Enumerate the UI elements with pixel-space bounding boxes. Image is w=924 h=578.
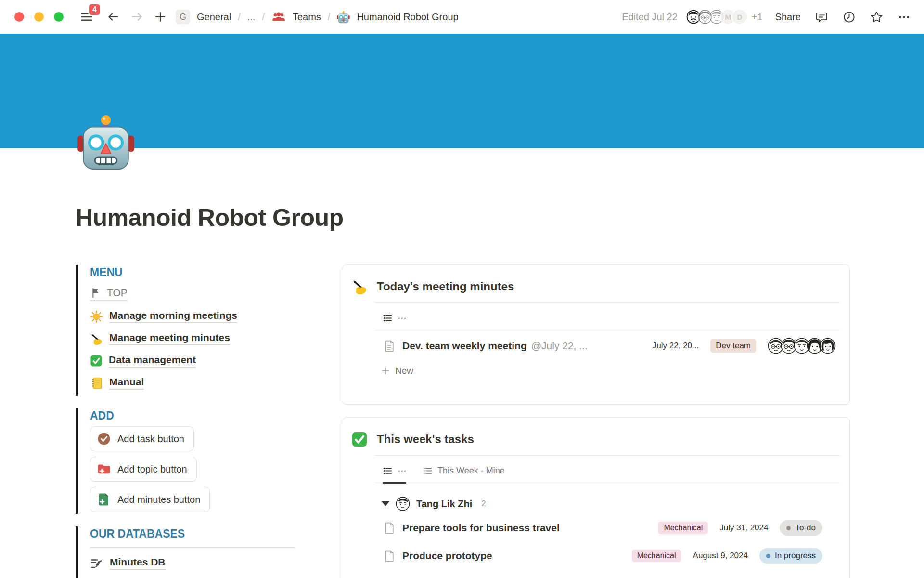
comment-icon [815, 11, 828, 24]
view-tab-this-week-mine[interactable]: This Week - Mine [423, 466, 505, 484]
menu-link-manual[interactable]: Manual [90, 372, 302, 394]
meeting-date[interactable]: July 22, 20... [653, 341, 699, 351]
add-heading: ADD [90, 409, 302, 422]
robot-emoji-icon [337, 11, 350, 24]
notification-badge: 4 [88, 3, 101, 16]
task-due-date[interactable]: July 31, 2024 [719, 523, 768, 533]
status-badge[interactable]: In progress [759, 548, 822, 564]
menu-heading: MENU [90, 266, 302, 279]
breadcrumb-general[interactable]: General [197, 12, 231, 23]
breadcrumb-teams[interactable]: Teams [293, 12, 321, 23]
avatar [396, 497, 410, 511]
task-title[interactable]: Prepare tools for business travel [402, 522, 560, 534]
new-item-button[interactable]: New [342, 357, 849, 376]
page-icon [383, 550, 396, 563]
category-tag[interactable]: Mechanical [658, 522, 708, 534]
view-tab-default[interactable]: --- [383, 313, 406, 331]
plus-icon [381, 366, 390, 376]
status-label: In progress [775, 551, 816, 561]
view-tab-label: --- [398, 466, 406, 476]
sidebar-toggle-button[interactable]: 4 [79, 10, 94, 24]
share-button[interactable]: Share [775, 12, 801, 23]
breadcrumb-ellipsis[interactable]: ... [247, 12, 256, 23]
breadcrumb: G General / ... / Teams / Humanoid Robot… [167, 10, 459, 24]
sun-icon [90, 310, 103, 323]
workspace-chip[interactable]: G [176, 10, 190, 24]
new-item-label: New [395, 366, 413, 376]
favorite-button[interactable] [870, 11, 883, 24]
menu-link-label: TOP [107, 287, 128, 299]
brown-check-circle-icon [97, 432, 111, 446]
databases-heading: OUR DATABASES [90, 527, 302, 540]
view-tabs: --- [375, 303, 840, 331]
last-edited-label: Edited Jul 22 [622, 12, 678, 23]
databases-section: OUR DATABASES Minutes DB [76, 526, 302, 578]
view-tab-label: This Week - Mine [437, 466, 505, 476]
group-task-count: 2 [481, 499, 486, 509]
page-title[interactable]: Humanoid Robot Group [76, 204, 344, 232]
breadcrumb-separator: / [238, 12, 241, 23]
card-header: Today's meeting minutes [342, 265, 849, 302]
database-pencil-icon [90, 556, 103, 570]
add-minutes-button[interactable]: Add minutes button [90, 487, 210, 512]
collapse-triangle-icon[interactable] [382, 501, 389, 506]
menu-link-data-management[interactable]: Data management [90, 350, 302, 372]
ledger-icon [90, 377, 103, 390]
team-tag[interactable]: Dev team [710, 339, 756, 353]
category-tag[interactable]: Mechanical [632, 550, 681, 562]
menu-link-morning-meetings[interactable]: Manage morning meetings [90, 305, 302, 328]
attendee-avatar-stack [768, 338, 836, 354]
nav-forward-button[interactable] [130, 10, 144, 24]
weekly-tasks-card: This week's tasks --- This Week - Mine T… [342, 417, 850, 578]
more-options-button[interactable] [898, 11, 911, 24]
status-dot-icon [786, 526, 791, 530]
status-badge[interactable]: To-do [780, 520, 822, 536]
page-icon-robot[interactable] [77, 114, 135, 171]
add-section: ADD Add task button Add topic button Add… [76, 408, 302, 514]
task-title[interactable]: Produce prototype [402, 550, 492, 562]
add-topic-button[interactable]: Add topic button [90, 457, 197, 482]
star-icon [870, 11, 883, 24]
card-title[interactable]: This week's tasks [377, 433, 474, 446]
view-tab-default[interactable]: --- [383, 466, 406, 484]
breadcrumb-page[interactable]: Humanoid Robot Group [357, 12, 458, 23]
green-check-icon [90, 355, 103, 367]
window-minimize-button[interactable] [34, 12, 44, 22]
view-tab-label: --- [398, 313, 406, 323]
window-zoom-button[interactable] [54, 12, 64, 22]
divider [90, 547, 295, 548]
history-button[interactable] [843, 11, 856, 24]
ellipsis-icon [898, 11, 911, 24]
meeting-date-mention[interactable]: @July 22, ... [531, 340, 588, 352]
menu-link-label: Data management [109, 354, 196, 368]
card-title[interactable]: Today's meeting minutes [377, 280, 514, 293]
task-row[interactable]: Prepare tools for business travel Mechan… [342, 514, 849, 542]
status-dot-icon [766, 554, 770, 558]
menu-link-meeting-minutes[interactable]: Manage meeting minutes [90, 328, 302, 350]
task-row[interactable]: Produce prototype Mechanical August 9, 2… [342, 542, 849, 570]
nav-back-button[interactable] [106, 10, 120, 24]
minutes-db-link[interactable]: Minutes DB [90, 556, 302, 570]
button-label: Add task button [117, 434, 184, 445]
list-view-icon [423, 466, 433, 476]
list-view-icon [383, 466, 393, 476]
red-folder-plus-icon [97, 462, 111, 476]
menu-link-top[interactable]: TOP [90, 283, 302, 305]
meeting-title[interactable]: Dev. team weekly meeting [402, 340, 527, 352]
page-icon [383, 522, 396, 535]
writing-hand-icon [351, 278, 368, 295]
plus-icon [154, 10, 167, 24]
avatar-overflow-count[interactable]: +1 [752, 12, 763, 23]
new-tab-button[interactable] [154, 10, 167, 24]
task-due-date[interactable]: August 9, 2024 [693, 551, 748, 561]
breadcrumb-separator: / [328, 12, 331, 23]
group-person-name[interactable]: Tang Lik Zhi [416, 499, 472, 510]
add-task-button[interactable]: Add task button [90, 426, 194, 451]
window-close-button[interactable] [14, 12, 24, 22]
card-header: This week's tasks [342, 418, 849, 455]
breadcrumb-separator: / [262, 12, 265, 23]
left-column: MENU TOP Manage morning meetings Manage … [76, 265, 302, 578]
comments-button[interactable] [815, 11, 828, 24]
menu-link-label: Manage meeting minutes [109, 332, 230, 345]
meeting-row[interactable]: Dev. team weekly meeting @July 22, ... J… [342, 330, 849, 357]
